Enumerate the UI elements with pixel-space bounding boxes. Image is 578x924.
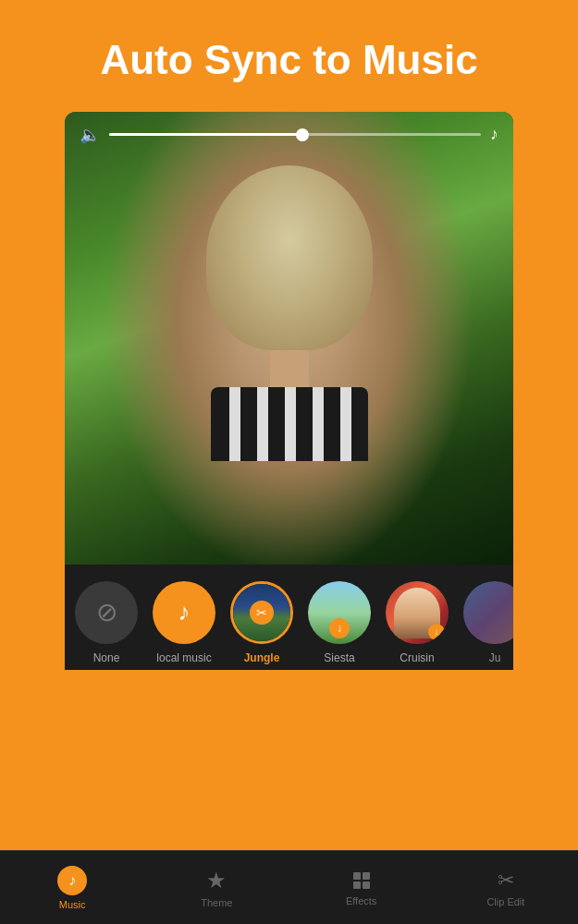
shirt-stripe [285, 387, 296, 461]
header: Auto Sync to Music [0, 0, 578, 112]
progress-fill [109, 133, 302, 136]
nav-item-music[interactable]: ♪ Music [0, 851, 144, 924]
music-icon: ♪ [68, 872, 76, 889]
music-selector-row: ⊘ None ♪ local music ✂ Jungle [65, 565, 513, 670]
music-panel: ⊘ None ♪ local music ✂ Jungle [65, 565, 513, 670]
svg-rect-0 [353, 872, 361, 880]
music-circle-cruisin: ↓ [386, 581, 449, 644]
music-label-cruisin: Cruisin [400, 651, 434, 664]
nav-item-clip-edit[interactable]: ✂ Clip Edit [434, 851, 578, 924]
theme-icon: ★ [206, 868, 227, 894]
nav-label-music: Music [59, 899, 86, 910]
shirt-stripe [257, 387, 268, 461]
music-nav-icon: ♪ [57, 866, 87, 895]
video-controls: 🔈 ♪ [65, 112, 513, 158]
nav-item-effects[interactable]: Effects [289, 851, 434, 924]
volume-icon[interactable]: 🔈 [80, 125, 100, 145]
music-note-icon[interactable]: ♪ [490, 125, 498, 144]
phone-frame: 🔈 ♪ ⊘ None ♪ local music [65, 112, 513, 670]
music-item-cruisin[interactable]: ↓ Cruisin [385, 581, 449, 664]
music-item-none[interactable]: ⊘ None [74, 581, 139, 664]
bottom-navigation: ♪ Music ★ Theme Effects ✂ Clip Edit [0, 850, 578, 924]
music-label-none: None [93, 651, 120, 664]
none-icon: ⊘ [96, 597, 117, 627]
jungle-scissors-icon: ✂ [250, 601, 274, 625]
music-circle-local: ♪ [153, 581, 215, 644]
shirt-stripe [229, 387, 240, 461]
svg-rect-2 [353, 881, 361, 889]
nav-item-theme[interactable]: ★ Theme [144, 851, 289, 924]
music-circle-ju [463, 581, 513, 644]
svg-rect-3 [363, 881, 370, 889]
svg-rect-1 [363, 872, 370, 880]
subject-hair [206, 165, 373, 350]
music-item-ju[interactable]: Ju [462, 581, 513, 664]
shirt-stripe [313, 387, 324, 461]
local-music-icon: ♪ [178, 598, 191, 626]
music-label-siesta: Siesta [324, 651, 354, 664]
progress-thumb [296, 128, 309, 141]
subject-shirt [211, 387, 368, 461]
music-item-siesta[interactable]: ↓ Siesta [307, 581, 372, 664]
nav-label-clip-edit: Clip Edit [486, 896, 524, 907]
progress-track[interactable] [109, 133, 481, 136]
nav-label-theme: Theme [201, 897, 232, 908]
shirt-stripe [340, 387, 351, 461]
music-label-jungle: Jungle [244, 651, 280, 664]
music-label-local: local music [156, 651, 211, 664]
music-circle-siesta: ↓ [308, 581, 371, 644]
effects-icon [350, 869, 373, 892]
music-circle-none: ⊘ [75, 581, 138, 644]
cruisin-download-icon: ↓ [428, 624, 445, 640]
page-title: Auto Sync to Music [28, 37, 550, 84]
portrait-subject [192, 165, 387, 461]
music-circle-jungle: ✂ [230, 581, 293, 644]
music-label-ju: Ju [489, 651, 501, 664]
clip-edit-icon: ✂ [498, 869, 514, 893]
nav-label-effects: Effects [346, 895, 376, 906]
jungle-thumbnail: ✂ [233, 584, 290, 641]
music-item-local[interactable]: ♪ local music [152, 581, 216, 664]
video-frame[interactable]: 🔈 ♪ [65, 112, 513, 565]
siesta-download-icon: ↓ [329, 618, 350, 638]
music-item-jungle[interactable]: ✂ Jungle [229, 581, 294, 664]
siesta-thumbnail: ↓ [308, 581, 371, 644]
